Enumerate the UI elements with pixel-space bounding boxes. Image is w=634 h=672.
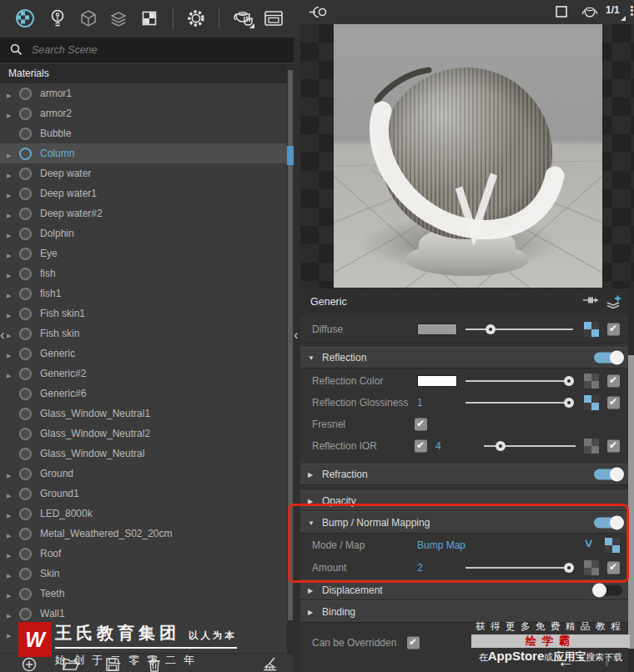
materials-icon[interactable] — [13, 7, 37, 30]
material-list-item[interactable]: Generic#6 — [0, 384, 287, 404]
expand-arrow-icon[interactable] — [7, 506, 15, 521]
expand-arrow-icon[interactable] — [7, 606, 15, 621]
section-expand-icon[interactable] — [308, 608, 313, 615]
material-list-item[interactable]: Generic — [0, 344, 287, 364]
expand-arrow-icon[interactable] — [7, 146, 15, 161]
diffuse-slider[interactable] — [465, 324, 573, 334]
reflection-glossiness-checkbox[interactable] — [607, 397, 620, 409]
textures-icon[interactable] — [138, 7, 161, 30]
expand-arrow-icon[interactable] — [7, 586, 15, 601]
lights-icon[interactable] — [46, 7, 69, 30]
diffuse-checkbox[interactable] — [607, 323, 620, 335]
expand-arrow-icon[interactable] — [7, 186, 15, 201]
material-list-item[interactable]: LED_8000k — [0, 504, 287, 524]
reflection-glossiness-slider-thumb[interactable] — [564, 398, 574, 408]
reflection-color-texture-slot-icon[interactable] — [584, 374, 599, 389]
reflection-color-slider[interactable] — [465, 376, 573, 386]
material-list-item[interactable]: Deep water — [0, 163, 287, 183]
expand-arrow-icon[interactable] — [7, 226, 15, 241]
material-list-item[interactable]: Glass_Window_Neutral2 — [0, 424, 287, 444]
material-list-item[interactable]: Roof — [0, 544, 287, 564]
expand-arrow-icon[interactable] — [7, 366, 15, 381]
reflection-color-swatch[interactable] — [417, 375, 457, 387]
expand-arrow-icon[interactable] — [7, 246, 15, 261]
material-list-item[interactable]: Column — [0, 143, 287, 163]
settings-gear-icon[interactable] — [184, 7, 208, 30]
material-list-item[interactable]: Dolphin — [0, 223, 287, 243]
preview-link-icon[interactable] — [309, 5, 329, 19]
reflection-color-checkbox[interactable] — [607, 375, 620, 388]
render-interactive-icon[interactable] — [231, 7, 258, 30]
reflection-color-slider-thumb[interactable] — [564, 376, 574, 386]
material-list-item[interactable]: Fish skin — [0, 323, 287, 344]
bump-amount-checkbox[interactable] — [607, 562, 620, 574]
material-list-item[interactable]: Skin — [0, 564, 287, 584]
material-list-item[interactable]: Bubble — [0, 123, 287, 143]
reflection-glossiness-value[interactable]: 1 — [417, 397, 423, 409]
geometry-icon[interactable] — [77, 7, 100, 30]
material-list-item[interactable]: fish — [0, 263, 287, 283]
preview-swatch-icon[interactable] — [555, 5, 568, 18]
search-input[interactable] — [30, 43, 264, 57]
dropdown-caret-icon[interactable] — [249, 23, 254, 28]
expand-arrow-icon[interactable] — [7, 286, 15, 301]
bump-toggle[interactable] — [594, 517, 622, 528]
material-list-item[interactable]: Ground — [0, 464, 287, 484]
material-list-item[interactable]: Deep water1 — [0, 183, 287, 203]
reflection-ior-texture-slot-icon[interactable] — [584, 439, 599, 454]
material-list-item[interactable]: Deep water#2 — [0, 203, 287, 223]
diffuse-color-swatch[interactable] — [417, 323, 457, 335]
can-be-overridden-checkbox[interactable] — [407, 637, 420, 649]
displacement-section-header[interactable]: Displacement — [300, 579, 634, 600]
material-list-item[interactable]: fish1 — [0, 283, 287, 303]
material-list-item[interactable]: Glass_Window_Neutral — [0, 444, 287, 464]
preview-menu-icon[interactable] — [626, 3, 634, 18]
bump-amount-slider[interactable] — [465, 563, 573, 573]
preview-page-indicator[interactable]: 1/1 — [606, 4, 620, 16]
node-editor-icon[interactable] — [582, 294, 599, 309]
preview-teapot-icon[interactable] — [580, 5, 600, 19]
section-expand-icon[interactable] — [308, 519, 314, 526]
expand-arrow-icon[interactable] — [7, 626, 15, 641]
material-list-item[interactable]: Fish skin1 — [0, 303, 287, 323]
expand-arrow-icon[interactable] — [7, 526, 15, 541]
expand-arrow-icon[interactable] — [7, 266, 15, 281]
expand-arrow-icon[interactable] — [7, 346, 15, 361]
reflection-ior-slider-thumb[interactable] — [496, 441, 506, 451]
material-list-item[interactable]: Glass_Window_Neutral1 — [0, 404, 287, 424]
material-list-item[interactable]: Generic#2 — [0, 364, 287, 384]
collapse-right-panel-icon[interactable] — [294, 325, 302, 345]
expand-arrow-icon[interactable] — [7, 466, 15, 481]
opacity-section-header[interactable]: Opacity — [300, 490, 634, 511]
material-list-item[interactable]: Ground1 — [0, 484, 287, 504]
reflection-glossiness-slider[interactable] — [465, 398, 573, 408]
expand-arrow-icon[interactable] — [7, 546, 15, 561]
section-expand-icon[interactable] — [308, 497, 313, 504]
reflection-ior-checkbox[interactable] — [607, 440, 620, 453]
material-list-item[interactable]: Metal_Weathered_S02_20cm — [0, 524, 287, 544]
reflection-ior-value[interactable]: 4 — [435, 440, 441, 452]
bump-section-header[interactable]: Bump / Normal Mapping — [300, 511, 634, 534]
frame-buffer-icon[interactable] — [262, 7, 285, 30]
expand-arrow-icon[interactable] — [7, 206, 15, 221]
material-list-item[interactable]: Eye — [0, 243, 287, 263]
bump-amount-slider-thumb[interactable] — [564, 563, 574, 573]
diffuse-slider-thumb[interactable] — [486, 324, 496, 334]
material-list-item[interactable]: armor1 — [0, 83, 287, 103]
material-list-item[interactable]: Teeth — [0, 584, 287, 604]
displacement-toggle[interactable] — [594, 584, 622, 595]
right-scrollbar[interactable] — [628, 288, 634, 672]
section-expand-icon[interactable] — [308, 586, 313, 594]
layers-icon[interactable] — [107, 7, 130, 30]
expand-arrow-icon[interactable] — [7, 106, 15, 121]
reflection-section-header[interactable]: Reflection — [300, 347, 634, 369]
chevron-down-icon[interactable] — [585, 540, 592, 550]
reflection-ior-slider[interactable] — [484, 441, 576, 451]
refraction-toggle[interactable] — [594, 469, 622, 480]
diffuse-texture-slot-icon[interactable] — [584, 322, 599, 337]
bump-amount-value[interactable]: 2 — [417, 562, 423, 574]
reflection-ior-enable-checkbox[interactable] — [415, 440, 427, 453]
right-scrollbar-thumb[interactable] — [628, 355, 634, 649]
purge-broom-icon[interactable] — [260, 655, 279, 672]
bump-amount-texture-slot-icon[interactable] — [584, 560, 599, 575]
